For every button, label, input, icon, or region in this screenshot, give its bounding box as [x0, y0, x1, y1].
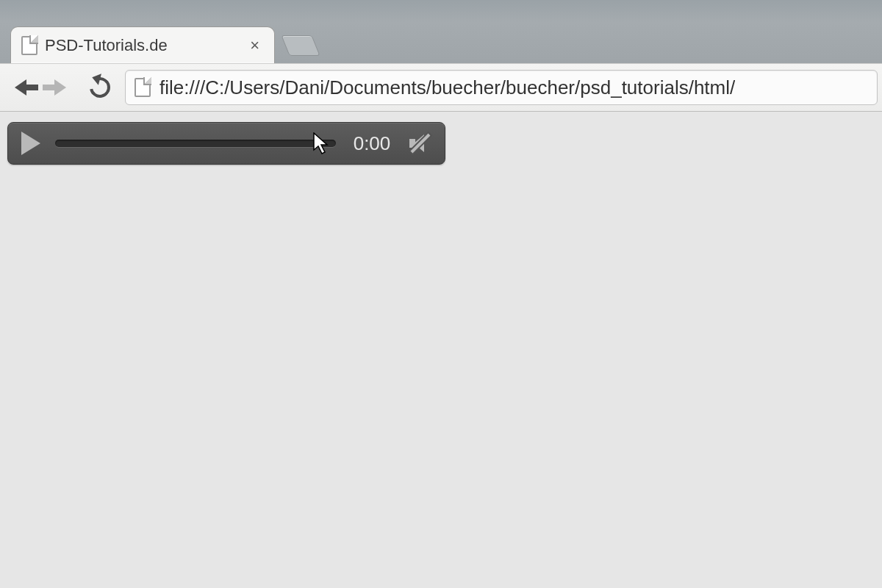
page-content: 0:00 [0, 112, 882, 588]
time-display: 0:00 [351, 132, 393, 155]
toolbar: file:///C:/Users/Dani/Documents/buecher/… [0, 63, 882, 112]
browser-tab[interactable]: PSD-Tutorials.de × [10, 26, 275, 63]
tabstrip: PSD-Tutorials.de × [0, 22, 882, 63]
arrow-right-icon [54, 79, 66, 96]
play-button[interactable] [21, 132, 40, 155]
url-text: file:///C:/Users/Dani/Documents/buecher/… [159, 76, 735, 99]
file-icon [21, 36, 37, 55]
arrow-left-icon [15, 79, 26, 96]
audio-player: 0:00 [7, 122, 445, 165]
reload-icon [86, 74, 115, 102]
page-icon [135, 78, 151, 97]
mute-button[interactable] [408, 132, 431, 155]
new-tab-button[interactable] [281, 35, 320, 56]
reload-button[interactable] [85, 73, 115, 102]
tab-title: PSD-Tutorials.de [45, 36, 245, 55]
window-titlebar [0, 0, 882, 22]
forward-button [46, 73, 75, 102]
address-bar[interactable]: file:///C:/Users/Dani/Documents/buecher/… [125, 70, 878, 105]
back-button[interactable] [6, 73, 35, 102]
close-icon[interactable]: × [245, 36, 264, 55]
seek-slider[interactable] [55, 140, 336, 147]
